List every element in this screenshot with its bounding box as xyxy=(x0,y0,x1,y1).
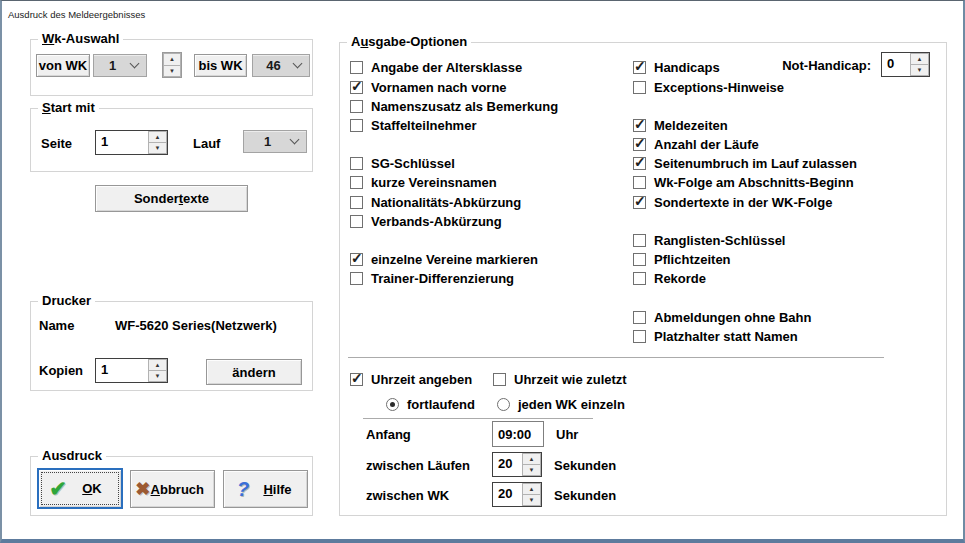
spin-down-button[interactable]: ▼ xyxy=(522,495,541,506)
checkbox-trainer-differenzierung[interactable]: Trainer-Differenzierung xyxy=(350,271,514,285)
checkbox-icon[interactable] xyxy=(350,373,363,386)
von-wk-dropdown[interactable]: 1 xyxy=(93,54,147,77)
wk-updown-stepper[interactable]: ▲ ▼ xyxy=(162,52,182,78)
lauf-dropdown[interactable]: 1 xyxy=(243,130,307,153)
not-handicap-value[interactable]: 0 xyxy=(882,53,910,76)
kopien-stepper[interactable]: 1 ▲ ▼ xyxy=(95,358,168,383)
checkbox-exceptions-hinweise[interactable]: Exceptions-Hinweise xyxy=(633,80,784,94)
abbruch-button[interactable]: ✖ Abbruch xyxy=(130,470,215,508)
checkbox-label: Ranglisten-Schlüssel xyxy=(654,233,785,248)
checkbox-label: kurze Vereinsnamen xyxy=(371,175,497,190)
checkbox-einzelne-vereine-markieren[interactable]: einzelne Vereine markieren xyxy=(350,252,538,266)
checkbox-icon[interactable] xyxy=(350,196,363,209)
spin-up-button[interactable]: ▲ xyxy=(522,483,541,495)
spin-down-button[interactable]: ▼ xyxy=(148,143,167,154)
checkbox-icon[interactable] xyxy=(633,234,646,247)
checkbox-icon[interactable] xyxy=(633,330,646,343)
checkbox-icon[interactable] xyxy=(350,157,363,170)
checkbox-icon[interactable] xyxy=(633,176,646,189)
checkbox-angabe-der-altersklasse[interactable]: Angabe der Altersklasse xyxy=(350,60,522,74)
checkbox-icon[interactable] xyxy=(350,100,363,113)
radio-icon[interactable] xyxy=(386,398,399,411)
checkbox-icon[interactable] xyxy=(350,61,363,74)
not-handicap-stepper[interactable]: 0 ▲ ▼ xyxy=(881,52,930,77)
bis-wk-dropdown[interactable]: 46 xyxy=(252,54,310,77)
checkbox-icon[interactable] xyxy=(633,119,646,132)
abbruch-button-label: Abbruch xyxy=(151,482,204,497)
zwischen-wk-stepper[interactable]: 20 ▲ ▼ xyxy=(492,482,542,507)
checkbox-uhrzeit-wie-zuletzt[interactable]: Uhrzeit wie zuletzt xyxy=(493,372,627,386)
spin-down-button[interactable]: ▼ xyxy=(148,371,167,382)
group-title-ausgabe-optionen: Ausgabe-Optionen xyxy=(347,34,471,49)
spin-down-button[interactable]: ▼ xyxy=(522,465,541,476)
checkbox-sondertexte-in-der-wk-folge[interactable]: Sondertexte in der WK-Folge xyxy=(633,195,832,209)
checkbox-staffelteilnehmer[interactable]: Staffelteilnehmer xyxy=(350,118,476,132)
checkbox-icon[interactable] xyxy=(350,215,363,228)
checkbox-label: Sondertexte in der WK-Folge xyxy=(654,195,832,210)
checkbox-namenszusatz-als-bemerkung[interactable]: Namenszusatz als Bemerkung xyxy=(350,99,558,113)
checkbox-meldezeiten[interactable]: Meldezeiten xyxy=(633,118,728,132)
checkbox-icon[interactable] xyxy=(350,176,363,189)
spin-up-button[interactable]: ▲ xyxy=(910,53,929,65)
checkbox-uhrzeit-angeben[interactable]: Uhrzeit angeben xyxy=(350,372,472,386)
checkbox-icon[interactable] xyxy=(633,157,646,170)
anfang-input[interactable] xyxy=(492,421,544,447)
bis-wk-button[interactable]: bis WK xyxy=(194,54,247,77)
radio-label: jeden WK einzeln xyxy=(518,397,625,412)
chevron-down-icon xyxy=(130,59,140,69)
checkbox-kurze-vereinsnamen[interactable]: kurze Vereinsnamen xyxy=(350,175,497,189)
checkbox-icon[interactable] xyxy=(633,61,646,74)
checkbox-icon[interactable] xyxy=(350,272,363,285)
radio-icon[interactable] xyxy=(497,398,510,411)
hilfe-button[interactable]: ? Hilfe xyxy=(223,470,308,508)
spin-up-button[interactable]: ▲ xyxy=(148,359,167,371)
stepper-buttons: ▲ ▼ xyxy=(148,359,167,382)
spin-up-button[interactable]: ▲ xyxy=(163,53,181,66)
seite-value[interactable]: 1 xyxy=(96,131,148,154)
zwischen-wk-value[interactable]: 20 xyxy=(493,483,522,506)
zwischen-laeufen-label: zwischen Läufen xyxy=(366,458,470,472)
spin-up-button[interactable]: ▲ xyxy=(148,131,167,143)
seite-stepper[interactable]: 1 ▲ ▼ xyxy=(95,130,168,155)
zwischen-laeufen-value[interactable]: 20 xyxy=(493,453,522,476)
radio-jeden-wk-einzeln[interactable]: jeden WK einzeln xyxy=(497,397,625,411)
checkbox-icon[interactable] xyxy=(493,373,506,386)
checkbox-handicaps[interactable]: Handicaps xyxy=(633,60,720,74)
anfang-label: Anfang xyxy=(366,427,411,441)
checkbox-platzhalter-statt-namen[interactable]: Platzhalter statt Namen xyxy=(633,329,798,343)
checkbox-icon[interactable] xyxy=(350,81,363,94)
checkbox-rekorde[interactable]: Rekorde xyxy=(633,271,706,285)
checkbox-pflichtzeiten[interactable]: Pflichtzeiten xyxy=(633,252,731,266)
radio-fortlaufend[interactable]: fortlaufend xyxy=(386,397,475,411)
down-arrow-icon: ▼ xyxy=(155,145,161,151)
checkbox-icon[interactable] xyxy=(633,311,646,324)
checkbox-seitenumbruch-im-lauf-zulassen[interactable]: Seitenumbruch im Lauf zulassen xyxy=(633,156,857,170)
sondertexte-button[interactable]: Sondertexte xyxy=(95,185,248,212)
zwischen-laeufen-stepper[interactable]: 20 ▲ ▼ xyxy=(492,452,542,477)
checkbox-icon[interactable] xyxy=(633,81,646,94)
checkbox-vornamen-nach-vorne[interactable]: Vornamen nach vorne xyxy=(350,80,507,94)
spin-up-button[interactable]: ▲ xyxy=(522,453,541,465)
checkbox-nationalitaets-abkuerzung[interactable]: Nationalitäts-Abkürzung xyxy=(350,195,521,209)
group-ausgabe-optionen: Ausgabe-Optionen Angabe der Altersklasse… xyxy=(339,42,947,516)
checkbox-verbands-abkuerzung[interactable]: Verbands-Abkürzung xyxy=(350,214,502,228)
checkbox-abmeldungen-ohne-bahn[interactable]: Abmeldungen ohne Bahn xyxy=(633,310,811,324)
checkbox-icon[interactable] xyxy=(633,272,646,285)
checkbox-anzahl-der-laeufe[interactable]: Anzahl der Läufe xyxy=(633,137,759,151)
checkbox-icon[interactable] xyxy=(350,253,363,266)
checkbox-sg-schluessel[interactable]: SG-Schlüssel xyxy=(350,156,455,170)
checkbox-icon[interactable] xyxy=(633,196,646,209)
group-title-wk-auswahl: Wk-Auswahl xyxy=(38,31,123,46)
aendern-button[interactable]: ändern xyxy=(206,359,302,385)
checkbox-icon[interactable] xyxy=(350,119,363,132)
checkbox-icon[interactable] xyxy=(633,253,646,266)
kopien-value[interactable]: 1 xyxy=(96,359,148,382)
checkbox-icon[interactable] xyxy=(633,138,646,151)
title-bar: Ausdruck des Meldeergebnisses xyxy=(2,1,963,21)
von-wk-button[interactable]: von WK xyxy=(36,54,90,77)
ok-button[interactable]: ✔ OK xyxy=(37,468,123,509)
spin-down-button[interactable]: ▼ xyxy=(163,66,181,78)
spin-down-button[interactable]: ▼ xyxy=(910,65,929,76)
checkbox-ranglisten-schluessel[interactable]: Ranglisten-Schlüssel xyxy=(633,233,785,247)
checkbox-wk-folge-am-abschnitts-beginn[interactable]: Wk-Folge am Abschnitts-Beginn xyxy=(633,175,854,189)
